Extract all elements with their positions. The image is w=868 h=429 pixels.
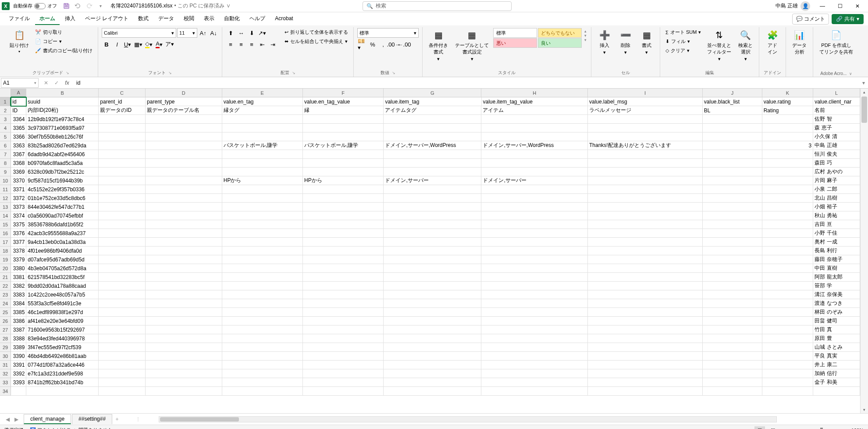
cell[interactable]	[146, 299, 222, 308]
cell[interactable]	[99, 176, 146, 185]
cell[interactable]: 井上 康二	[813, 361, 860, 369]
cell[interactable]	[588, 168, 703, 176]
cell[interactable]: 3370	[11, 176, 26, 185]
cell[interactable]	[762, 264, 814, 273]
cell[interactable]	[146, 168, 222, 176]
column-header-F[interactable]: F	[303, 89, 384, 97]
cell[interactable]: 3365	[11, 124, 26, 132]
cell[interactable]	[384, 150, 481, 159]
cell[interactable]	[222, 290, 303, 299]
cell[interactable]: 森田 巧	[813, 159, 860, 168]
zoom-level[interactable]: 100%	[851, 428, 864, 429]
row-header[interactable]: 32	[0, 369, 11, 378]
cell[interactable]: 3374	[11, 211, 26, 220]
cell[interactable]	[703, 247, 762, 255]
cell[interactable]: c0a56090ad70745efbbf	[26, 211, 99, 220]
account-button[interactable]: 中島 正雄 👤	[776, 1, 810, 11]
cell[interactable]	[762, 255, 814, 264]
cell[interactable]: 阿部 龍太郎	[813, 273, 860, 282]
cell[interactable]: 渡邉 なつき	[813, 299, 860, 308]
cell[interactable]: ID	[11, 106, 26, 115]
cell[interactable]: 3f47ec555ed97f2cf539	[26, 343, 99, 352]
cell[interactable]	[588, 334, 703, 343]
save-icon[interactable]	[61, 1, 71, 11]
cell[interactable]: 4c5152e22e9f357b0336	[26, 185, 99, 194]
cell[interactable]	[384, 317, 481, 325]
align-right-icon[interactable]: ≡	[247, 39, 256, 49]
cell[interactable]	[384, 352, 481, 361]
increase-indent-icon[interactable]: ⇥	[268, 39, 277, 49]
cell[interactable]	[588, 247, 703, 255]
tab-校閲[interactable]: 校閲	[179, 13, 199, 25]
cell[interactable]	[588, 124, 703, 132]
cell[interactable]	[762, 159, 814, 168]
cell[interactable]	[384, 229, 481, 238]
cell[interactable]	[588, 185, 703, 194]
merge-center-button[interactable]: ⬌セルを結合して中央揃え ▾	[283, 37, 350, 46]
format-cells-button[interactable]: ▦書式▾	[637, 28, 656, 56]
bold-button[interactable]: B	[102, 39, 111, 49]
cell[interactable]	[481, 334, 587, 343]
cell[interactable]	[303, 299, 384, 308]
cell[interactable]: 42acb3c9555688a9a237	[26, 229, 99, 238]
cell[interactable]	[146, 387, 222, 396]
cell[interactable]	[146, 238, 222, 247]
cell[interactable]: id	[11, 97, 26, 106]
decrease-font-icon[interactable]: A↓	[209, 28, 218, 38]
cell[interactable]	[222, 185, 303, 194]
cell[interactable]	[99, 229, 146, 238]
cell[interactable]: 長島 利行	[813, 247, 860, 255]
cell[interactable]	[384, 325, 481, 334]
cell[interactable]	[762, 334, 814, 343]
cell[interactable]	[146, 247, 222, 255]
cell[interactable]: 9a4cb13eb0c0a1a38d3a	[26, 238, 99, 247]
cell[interactable]	[762, 290, 814, 299]
cell[interactable]: 3371	[11, 185, 26, 194]
dialog-launcher-icon[interactable]: ↘	[392, 71, 395, 75]
cell[interactable]	[588, 211, 703, 220]
tab-挿入[interactable]: 挿入	[60, 13, 80, 25]
column-header-K[interactable]: K	[762, 89, 813, 97]
cell[interactable]	[99, 220, 146, 229]
font-color-button[interactable]: A▾	[154, 39, 164, 49]
cell[interactable]	[481, 211, 587, 220]
cell[interactable]: アイテム	[481, 106, 587, 115]
cell[interactable]	[481, 247, 587, 255]
cell[interactable]	[146, 132, 222, 141]
cell[interactable]: 3369	[11, 168, 26, 176]
cell[interactable]	[762, 132, 814, 141]
cell[interactable]: 中田 直樹	[813, 264, 860, 273]
undo-icon[interactable]	[73, 1, 82, 11]
cell[interactable]	[588, 352, 703, 361]
cell[interactable]	[303, 282, 384, 290]
enter-formula-icon[interactable]: ✓	[52, 78, 61, 88]
cell[interactable]: アイテムタグ	[384, 106, 481, 115]
share-button[interactable]: 🔗 共有 ▾	[832, 14, 864, 24]
cell[interactable]: 12b9db192f1e973c78c4	[26, 115, 99, 124]
cell[interactable]	[384, 378, 481, 387]
cell[interactable]	[384, 220, 481, 229]
cell[interactable]: value.item_tag_value	[482, 97, 588, 106]
cell[interactable]	[762, 194, 814, 203]
autosave-toggle[interactable]: 自動保存 オフ	[13, 3, 57, 9]
cell[interactable]	[762, 343, 814, 352]
cell[interactable]	[222, 124, 303, 132]
cell[interactable]: 3386	[11, 317, 26, 325]
decrease-indent-icon[interactable]: ⇤	[257, 39, 267, 49]
qat-customize-icon[interactable]: ▾	[96, 1, 105, 11]
style-more-icon[interactable]: ▾	[584, 38, 587, 42]
analyze-data-button[interactable]: 📊データ 分析	[790, 28, 809, 56]
italic-button[interactable]: I	[112, 39, 122, 49]
cell[interactable]	[222, 325, 303, 334]
cell[interactable]	[703, 264, 762, 273]
cell[interactable]	[146, 317, 222, 325]
cell[interactable]	[384, 308, 481, 317]
cell[interactable]	[481, 343, 587, 352]
cell[interactable]: 3375	[11, 220, 26, 229]
cell[interactable]	[222, 238, 303, 247]
cell[interactable]	[703, 317, 762, 325]
scroll-up-icon[interactable]: ▴	[861, 89, 868, 96]
align-middle-icon[interactable]: ↔	[236, 28, 246, 38]
cell[interactable]	[146, 343, 222, 352]
cell[interactable]: value.label_msg	[588, 97, 703, 106]
